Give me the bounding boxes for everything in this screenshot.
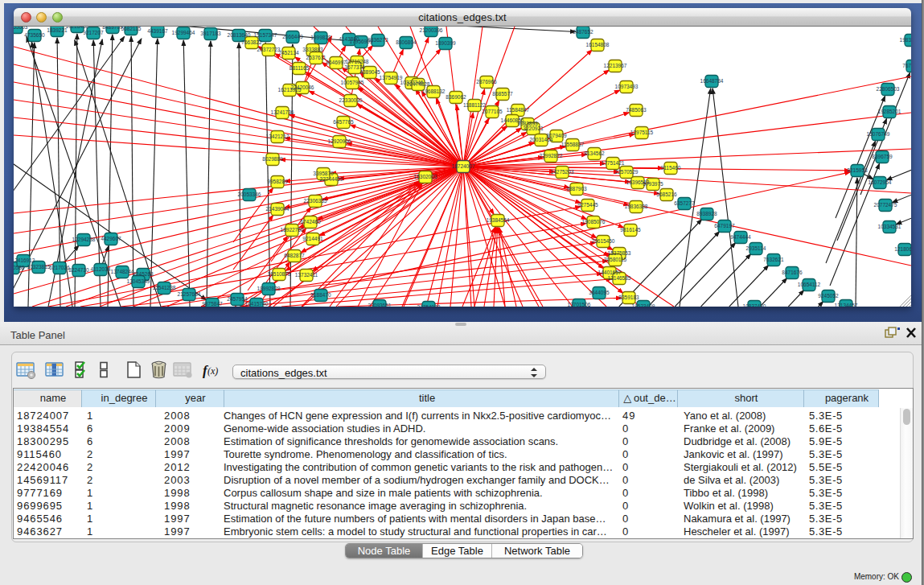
- svg-text:1218062: 1218062: [894, 246, 911, 252]
- svg-text:10057945: 10057945: [341, 80, 364, 85]
- svg-text:11584847: 11584847: [507, 107, 530, 113]
- svg-text:21439044: 21439044: [266, 206, 290, 212]
- svg-text:6457765: 6457765: [333, 119, 354, 125]
- svg-text:6357277: 6357277: [674, 200, 695, 206]
- svg-text:3333883: 3333883: [302, 47, 323, 52]
- svg-text:6217026: 6217026: [49, 265, 70, 270]
- svg-text:2066449: 2066449: [282, 34, 303, 39]
- svg-text:7632621: 7632621: [763, 257, 784, 262]
- svg-text:3395870: 3395870: [313, 171, 334, 176]
- svg-text:8396759: 8396759: [872, 154, 893, 159]
- svg-text:8029889: 8029889: [262, 156, 283, 162]
- svg-text:3220921: 3220921: [523, 126, 544, 131]
- svg-text:13134457: 13134457: [835, 303, 858, 307]
- svg-text:18992829: 18992829: [257, 286, 281, 291]
- svg-text:8938928: 8938928: [696, 211, 717, 216]
- svg-text:13146585: 13146585: [608, 275, 631, 281]
- svg-text:5188470: 5188470: [310, 292, 331, 298]
- svg-text:(x): (x): [207, 365, 218, 377]
- svg-text:8134562: 8134562: [584, 150, 605, 156]
- svg-text:4112034: 4112034: [91, 266, 111, 272]
- svg-text:22455603: 22455603: [14, 27, 28, 30]
- svg-text:22744459: 22744459: [320, 176, 343, 182]
- svg-text:17956909: 17956909: [350, 39, 373, 44]
- svg-text:13701506: 13701506: [568, 302, 591, 307]
- svg-text:4389045: 4389045: [359, 69, 380, 75]
- svg-text:2537611: 2537611: [306, 55, 326, 60]
- svg-text:8471676: 8471676: [782, 270, 803, 275]
- svg-text:16154808: 16154808: [586, 42, 610, 47]
- svg-text:21200396: 21200396: [420, 27, 443, 33]
- svg-text:10710248: 10710248: [346, 59, 369, 64]
- svg-text:6479197: 6479197: [714, 223, 735, 229]
- svg-text:1839221: 1839221: [47, 27, 68, 33]
- svg-text:21257684: 21257684: [178, 291, 201, 297]
- svg-text:13754919: 13754919: [380, 75, 403, 80]
- svg-text:3644095: 3644095: [589, 290, 610, 295]
- svg-text:8806804: 8806804: [396, 39, 417, 45]
- svg-text:10228452: 10228452: [66, 27, 89, 29]
- svg-text:20615450: 20615450: [592, 238, 615, 244]
- svg-text:9474444: 9474444: [730, 234, 751, 240]
- svg-text:16648784: 16648784: [700, 78, 724, 84]
- svg-text:10323815: 10323815: [27, 264, 51, 270]
- svg-text:22992872: 22992872: [540, 153, 563, 159]
- svg-text:19832259: 19832259: [900, 37, 911, 43]
- svg-text:19285201: 19285201: [878, 109, 901, 114]
- svg-text:2487652: 2487652: [573, 29, 593, 35]
- svg-text:20053346: 20053346: [238, 192, 261, 197]
- svg-text:13748244: 13748244: [111, 269, 134, 274]
- svg-text:22806503: 22806503: [877, 86, 900, 92]
- svg-text:14401657: 14401657: [598, 270, 622, 275]
- svg-text:20031404: 20031404: [530, 137, 553, 142]
- svg-text:9275445: 9275445: [577, 202, 598, 208]
- svg-text:22474828: 22474828: [407, 81, 430, 87]
- svg-text:10973493: 10973493: [615, 84, 639, 89]
- svg-text:7663822: 7663822: [241, 39, 262, 45]
- svg-text:9214491: 9214491: [302, 236, 323, 241]
- svg-text:13045349: 13045349: [127, 278, 150, 284]
- svg-text:12920906: 12920906: [328, 138, 351, 144]
- svg-text:5682115: 5682115: [121, 27, 142, 31]
- svg-text:20580115: 20580115: [604, 257, 627, 262]
- svg-text:7485063: 7485063: [626, 107, 647, 113]
- svg-text:11558837: 11558837: [561, 142, 585, 147]
- svg-text:16213925: 16213925: [278, 87, 302, 93]
- svg-text:22093651: 22093651: [368, 303, 392, 307]
- svg-text:19384554: 19384554: [487, 217, 510, 223]
- svg-text:19836388: 19836388: [625, 204, 648, 209]
- svg-text:4245263: 4245263: [133, 271, 154, 277]
- svg-text:5793975: 5793975: [643, 181, 663, 187]
- svg-text:19299464: 19299464: [172, 30, 195, 35]
- svg-text:15157347: 15157347: [254, 32, 277, 38]
- svg-text:8359183: 8359183: [618, 295, 639, 300]
- svg-text:12975115: 12975115: [630, 130, 654, 135]
- svg-text:20372723: 20372723: [257, 47, 281, 52]
- svg-text:12416912: 12416912: [14, 257, 35, 263]
- svg-text:13421212: 13421212: [266, 134, 290, 139]
- svg-text:15180586: 15180586: [14, 265, 25, 270]
- svg-text:15076749: 15076749: [867, 131, 890, 137]
- svg-text:2077105: 2077105: [482, 109, 503, 114]
- svg-text:9887903: 9887903: [566, 186, 587, 192]
- svg-text:12541238: 12541238: [153, 285, 176, 290]
- svg-text:3917183: 3917183: [200, 31, 221, 36]
- svg-text:17751421: 17751421: [602, 160, 625, 166]
- svg-text:16415740: 16415740: [245, 301, 269, 307]
- svg-text:7671884: 7671884: [902, 63, 911, 68]
- svg-text:22306335: 22306335: [304, 198, 327, 204]
- svg-text:6742460: 6742460: [300, 219, 321, 225]
- svg-text:4735650: 4735650: [24, 32, 45, 38]
- svg-text:14275203: 14275203: [551, 169, 574, 175]
- svg-text:9958289: 9958289: [267, 179, 288, 184]
- svg-text:8215958: 8215958: [847, 167, 868, 173]
- svg-text:11881122: 11881122: [463, 102, 486, 108]
- svg-text:8369062: 8369062: [446, 94, 466, 100]
- svg-text:8489709: 8489709: [102, 27, 123, 30]
- svg-text:13732411: 13732411: [295, 272, 318, 278]
- svg-text:19688132: 19688132: [422, 89, 446, 94]
- svg-text:12213967: 12213967: [604, 63, 627, 68]
- svg-text:22570529: 22570529: [615, 169, 639, 175]
- svg-text:19523409: 19523409: [632, 303, 655, 307]
- svg-text:6482877: 6482877: [284, 253, 305, 258]
